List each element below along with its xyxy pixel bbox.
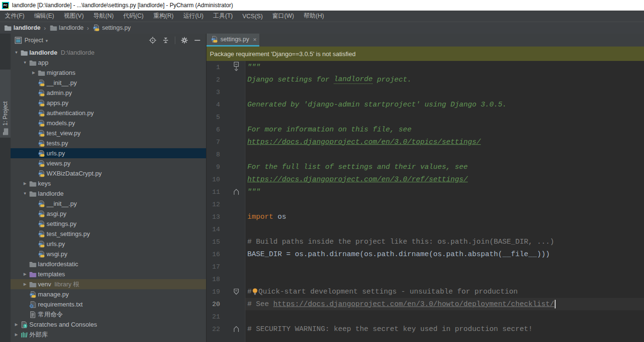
tree-item-migrations[interactable]: ▶migrations [11, 68, 206, 78]
menu-item-3[interactable]: 导航(N) [93, 12, 113, 20]
code-line-text[interactable]: # See https://docs.djangoproject.com/en/… [245, 298, 644, 310]
code-line-text[interactable]: """ [245, 61, 644, 73]
tree-item-settings-py[interactable]: settings.py [11, 219, 206, 229]
code-line-text[interactable]: import os [245, 211, 644, 223]
gutter[interactable]: 18 [207, 273, 245, 285]
line-number[interactable]: 15 [207, 238, 220, 246]
menu-item-1[interactable]: 编辑(E) [34, 12, 54, 20]
collapse-all-icon[interactable] [162, 36, 170, 44]
tree-item--[interactable]: ▶外部库 [11, 330, 206, 340]
tree-collapsed-arrow-icon[interactable]: ▶ [21, 282, 29, 286]
gutter[interactable]: 4 [207, 98, 245, 111]
line-number[interactable]: 8 [207, 151, 220, 158]
code-line-text[interactable]: #Quick-start development settings - unsu… [245, 285, 644, 298]
menu-item-4[interactable]: 代码(C) [123, 12, 144, 20]
gutter[interactable]: 16 [207, 248, 245, 260]
code-line-20[interactable]: 20# See https://docs.djangoproject.com/e… [207, 298, 644, 310]
line-number[interactable]: 16 [207, 251, 220, 258]
tree-item-venv[interactable]: ▶venvlibrary 根 [11, 279, 206, 289]
tree-item-landlorde[interactable]: ▼landlorde [11, 189, 206, 199]
breadcrumb-item-settings-py[interactable]: settings.py [92, 24, 131, 32]
tree-item-asgi-py[interactable]: asgi.py [11, 209, 206, 219]
code-line-text[interactable] [245, 223, 644, 236]
tree-collapsed-arrow-icon[interactable]: ▶ [12, 322, 20, 327]
line-number[interactable]: 2 [207, 76, 220, 83]
tree-item--[interactable]: 常用命令 [11, 309, 206, 319]
tree-item-landlordestatic[interactable]: landlordestatic [11, 259, 206, 269]
code-line-22[interactable]: 22# SECURITY WARNING: keep the secret ke… [207, 323, 644, 335]
code-line-8[interactable]: 8 [207, 148, 644, 161]
fold-marker-icon[interactable] [233, 285, 239, 298]
gutter[interactable]: 9 [207, 161, 245, 173]
tree-collapsed-arrow-icon[interactable]: ▶ [21, 272, 29, 276]
gutter[interactable]: 10 [207, 173, 245, 186]
line-number[interactable]: 3 [207, 89, 220, 96]
code-line-text[interactable]: # Build paths inside the project like th… [245, 236, 644, 248]
gutter[interactable]: 17 [207, 260, 245, 273]
tree-item-views-py[interactable]: views.py [11, 158, 206, 168]
gutter[interactable]: 5 [207, 111, 245, 123]
code-line-7[interactable]: 7https://docs.djangoproject.com/en/3.0/t… [207, 136, 644, 148]
line-number[interactable]: 18 [207, 276, 220, 283]
gutter[interactable]: 20 [207, 298, 245, 310]
code-line-12[interactable]: 12 [207, 198, 644, 211]
menu-item-7[interactable]: 工具(T) [213, 12, 233, 20]
project-tool-window-tab[interactable]: 1: Project [0, 70, 11, 138]
code-line-text[interactable]: https://docs.djangoproject.com/en/3.0/re… [245, 173, 644, 186]
line-number[interactable]: 21 [207, 313, 220, 320]
code-line-3[interactable]: 3 [207, 86, 644, 98]
code-line-text[interactable] [245, 198, 644, 211]
tree-item-keys[interactable]: ▶keys [11, 178, 206, 189]
tree-item-wxbizdatacrypt-py[interactable]: WXBizDataCrypt.py [11, 168, 206, 178]
menu-item-5[interactable]: 重构(R) [153, 12, 173, 20]
line-number[interactable]: 11 [207, 189, 220, 196]
code-line-4[interactable]: 4Generated by 'django-admin startproject… [207, 98, 644, 111]
code-line-5[interactable]: 5 [207, 111, 644, 123]
line-number[interactable]: 5 [207, 114, 220, 121]
line-number[interactable]: 12 [207, 201, 220, 208]
breadcrumb-item-landlorde[interactable]: landlorde [4, 24, 40, 32]
fold-marker-icon[interactable] [233, 61, 239, 73]
code-line-text[interactable]: BASE_DIR = os.path.dirname(os.path.dirna… [245, 248, 644, 260]
code-line-text[interactable] [245, 86, 644, 98]
code-line-14[interactable]: 14 [207, 223, 644, 236]
breadcrumb-item-landlorde[interactable]: landlorde [49, 24, 84, 32]
project-panel-title[interactable]: Project [24, 37, 43, 44]
tree-item-urls-py[interactable]: urls.py [11, 148, 206, 158]
gutter[interactable]: 11 [207, 186, 245, 198]
tree-item-apps-py[interactable]: apps.py [11, 98, 206, 108]
chevron-down-icon[interactable]: ▾ [46, 38, 48, 43]
code-editor[interactable]: 1"""2Django settings for landlorde proje… [207, 61, 644, 342]
code-line-21[interactable]: 21 [207, 310, 644, 323]
tree-item-authentication-py[interactable]: authentication.py [11, 108, 206, 118]
gutter[interactable]: 21 [207, 310, 245, 323]
locate-icon[interactable] [149, 36, 157, 44]
gutter[interactable]: 13 [207, 211, 245, 223]
tree-item-requirements-txt[interactable]: requirements.txt [11, 299, 206, 309]
code-line-15[interactable]: 15# Build paths inside the project like … [207, 236, 644, 248]
tree-item-admin-py[interactable]: admin.py [11, 88, 206, 98]
tree-item-models-py[interactable]: models.py [11, 118, 206, 128]
gutter[interactable]: 22 [207, 323, 245, 335]
settings-gear-icon[interactable] [181, 36, 188, 44]
code-line-1[interactable]: 1""" [207, 61, 644, 73]
tree-item-test_settings-py[interactable]: test_settings.py [11, 229, 206, 239]
line-number[interactable]: 20 [207, 301, 220, 308]
tree-item-templates[interactable]: ▶templates [11, 269, 206, 279]
code-line-19[interactable]: 19#Quick-start development settings - un… [207, 285, 644, 298]
tree-collapsed-arrow-icon[interactable]: ▶ [30, 71, 37, 75]
line-number[interactable]: 10 [207, 176, 220, 183]
code-line-11[interactable]: 11""" [207, 186, 644, 198]
code-line-6[interactable]: 6For more information on this file, see [207, 123, 644, 136]
code-line-18[interactable]: 18 [207, 273, 644, 285]
tree-collapsed-arrow-icon[interactable]: ▶ [21, 181, 29, 186]
code-line-9[interactable]: 9For the full list of settings and their… [207, 161, 644, 173]
tree-item-app[interactable]: ▼app [11, 58, 206, 68]
code-line-2[interactable]: 2Django settings for landlorde project. [207, 73, 644, 86]
line-number[interactable]: 9 [207, 164, 220, 171]
gutter[interactable]: 1 [207, 61, 245, 73]
gutter[interactable]: 19 [207, 285, 245, 298]
line-number[interactable]: 7 [207, 139, 220, 146]
code-line-16[interactable]: 16BASE_DIR = os.path.dirname(os.path.dir… [207, 248, 644, 260]
menu-item-8[interactable]: VCS(S) [243, 13, 263, 20]
